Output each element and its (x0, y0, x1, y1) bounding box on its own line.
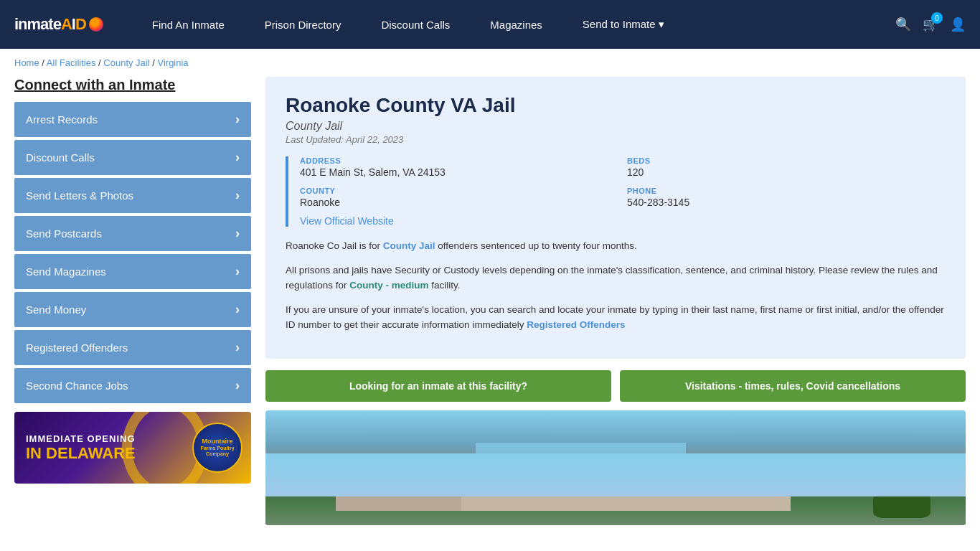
desc-para-3: If you are unsure of your inmate's locat… (286, 302, 946, 333)
logo[interactable]: inmateAI D (14, 15, 103, 34)
cart-badge: 0 (931, 12, 943, 24)
sidebar-item-send-postcards[interactable]: Send Postcards › (14, 216, 251, 251)
sidebar-label: Send Letters & Photos (26, 189, 133, 202)
facility-photo (265, 410, 966, 525)
main-content: Roanoke County VA Jail County Jail Last … (265, 77, 966, 525)
photo-sky (265, 453, 966, 496)
sidebar-label: Discount Calls (26, 151, 95, 164)
chevron-right-icon: › (235, 378, 240, 393)
county-label: COUNTY (300, 187, 618, 195)
ad-logo-text2: Farms Poultry Company (194, 446, 241, 458)
cart-button[interactable]: 🛒 0 (923, 17, 938, 32)
sidebar-item-registered-offenders[interactable]: Registered Offenders › (14, 330, 251, 365)
chevron-right-icon: › (235, 264, 240, 279)
phone-label: PHONE (627, 187, 946, 195)
logo-text: inmateAI (14, 15, 75, 34)
desc-para-2: All prisons and jails have Security or C… (286, 263, 946, 293)
site-header: inmateAI D Find An Inmate Prison Directo… (0, 0, 980, 49)
address-block: ADDRESS 401 E Main St, Salem, VA 24153 (300, 156, 618, 178)
nav-send-to-inmate[interactable]: Send to Inmate ▾ (562, 18, 684, 31)
county-block: COUNTY Roanoke (300, 187, 618, 208)
breadcrumb-state[interactable]: Virginia (157, 57, 188, 68)
county-jail-link[interactable]: County Jail (383, 240, 435, 251)
chevron-right-icon: › (235, 302, 240, 317)
beds-value: 120 (627, 166, 946, 178)
main-nav: Find An Inmate Prison Directory Discount… (132, 18, 895, 31)
county-value: Roanoke (300, 197, 618, 208)
sidebar-title: Connect with an Inmate (14, 77, 251, 93)
visitations-cta-button[interactable]: Visitations - times, rules, Covid cancel… (620, 370, 966, 402)
info-grid: ADDRESS 401 E Main St, Salem, VA 24153 B… (300, 156, 946, 208)
sidebar-label: Second Chance Jobs (26, 380, 128, 392)
advertisement-banner[interactable]: IMMEDIATE OPENING IN DELAWARE Mountaire … (14, 412, 251, 484)
sidebar-label: Send Postcards (26, 227, 102, 240)
facility-title: Roanoke County VA Jail (286, 94, 946, 117)
sidebar-item-send-letters[interactable]: Send Letters & Photos › (14, 178, 251, 213)
facility-subtitle: County Jail (286, 120, 946, 133)
facility-last-updated: Last Updated: April 22, 2023 (286, 134, 946, 145)
main-layout: Connect with an Inmate Arrest Records › … (0, 77, 980, 540)
nav-magazines[interactable]: Magazines (470, 19, 562, 31)
county-medium-link[interactable]: County - medium (349, 280, 428, 291)
chevron-right-icon: › (235, 112, 240, 127)
breadcrumb: Home / All Facilities / County Jail / Vi… (0, 49, 980, 77)
mountaire-logo: Mountaire Farms Poultry Company (192, 423, 242, 473)
photo-buildings (265, 453, 966, 525)
chevron-right-icon: › (235, 340, 240, 355)
address-value: 401 E Main St, Salem, VA 24153 (300, 166, 618, 178)
breadcrumb-home[interactable]: Home (14, 57, 39, 68)
sidebar-item-discount-calls[interactable]: Discount Calls › (14, 140, 251, 175)
facility-description: Roanoke Co Jail is for County Jail offen… (286, 238, 946, 333)
breadcrumb-all-facilities[interactable]: All Facilities (47, 57, 96, 68)
ad-logo-text1: Mountaire (202, 438, 232, 446)
logo-d: D (75, 15, 87, 34)
sidebar-label: Registered Offenders (26, 342, 128, 354)
sidebar-label: Send Magazines (26, 265, 106, 278)
logo-icon (89, 17, 103, 32)
desc-para-1: Roanoke Co Jail is for County Jail offen… (286, 238, 946, 254)
nav-find-inmate[interactable]: Find An Inmate (132, 19, 245, 31)
official-website-link[interactable]: View Official Website (300, 215, 394, 227)
ad-immediate-text: IMMEDIATE OPENING (26, 433, 136, 444)
sidebar-item-send-magazines[interactable]: Send Magazines › (14, 254, 251, 289)
find-inmate-cta-button[interactable]: Looking for an inmate at this facility? (265, 370, 611, 402)
ad-delaware-text: IN DELAWARE (26, 444, 136, 463)
beds-block: BEDS 120 (627, 156, 946, 178)
nav-prison-directory[interactable]: Prison Directory (245, 19, 362, 31)
nav-discount-calls[interactable]: Discount Calls (361, 19, 470, 31)
phone-block: PHONE 540-283-3145 (627, 187, 946, 208)
chevron-right-icon: › (235, 150, 240, 165)
sidebar: Connect with an Inmate Arrest Records › … (14, 77, 251, 525)
ad-text: IMMEDIATE OPENING IN DELAWARE (26, 433, 136, 463)
chevron-right-icon: › (235, 188, 240, 203)
sidebar-item-send-money[interactable]: Send Money › (14, 292, 251, 327)
chevron-right-icon: › (235, 226, 240, 241)
cta-buttons: Looking for an inmate at this facility? … (265, 370, 966, 402)
sidebar-label: Arrest Records (26, 113, 98, 126)
sidebar-item-arrest-records[interactable]: Arrest Records › (14, 102, 251, 137)
sidebar-item-second-chance-jobs[interactable]: Second Chance Jobs › (14, 368, 251, 403)
facility-info-block: ADDRESS 401 E Main St, Salem, VA 24153 B… (286, 156, 946, 227)
address-label: ADDRESS (300, 156, 618, 165)
sidebar-label: Send Money (26, 303, 86, 316)
phone-value: 540-283-3145 (627, 197, 946, 208)
user-button[interactable]: 👤 (950, 17, 966, 32)
header-icons: 🔍 🛒 0 👤 (895, 17, 966, 32)
facility-card: Roanoke County VA Jail County Jail Last … (265, 77, 966, 359)
beds-label: BEDS (627, 156, 946, 165)
search-button[interactable]: 🔍 (895, 17, 911, 32)
ad-logo: Mountaire Farms Poultry Company (192, 423, 242, 473)
breadcrumb-county-jail[interactable]: County Jail (103, 57, 149, 68)
registered-offenders-link[interactable]: Registered Offenders (527, 319, 625, 330)
